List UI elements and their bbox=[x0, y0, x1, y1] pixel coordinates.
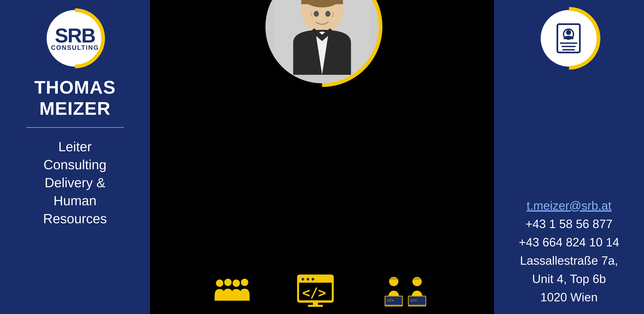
logo-ring-decoration bbox=[32, 0, 117, 81]
role-line1: Leiter bbox=[58, 139, 92, 154]
business-card: SRB CONSULTING THOMAS MEIZER Leiter Cons… bbox=[0, 0, 644, 314]
svg-text:</>: </> bbox=[410, 298, 417, 302]
svg-point-13 bbox=[306, 278, 309, 280]
svg-point-8 bbox=[232, 280, 240, 287]
svg-text:</>: </> bbox=[302, 285, 326, 300]
svg-point-12 bbox=[302, 278, 304, 280]
svg-point-5 bbox=[325, 11, 330, 17]
middle-panel: </> bbox=[150, 0, 494, 314]
hr-icon-svg bbox=[214, 274, 250, 307]
role-line3: Delivery & bbox=[45, 175, 106, 190]
contact-info: t.meizer@srb.at +43 1 58 56 877 +43 664 … bbox=[519, 199, 619, 304]
logo-circle: SRB CONSULTING bbox=[47, 10, 103, 67]
role-line5: Resources bbox=[43, 211, 107, 226]
role-line4: Human bbox=[54, 193, 96, 208]
photo-container bbox=[266, 0, 379, 83]
svg-point-9 bbox=[241, 279, 248, 286]
vcard-ring-decoration bbox=[525, 0, 613, 82]
svg-text:</>: </> bbox=[387, 298, 394, 302]
divider-line bbox=[26, 127, 124, 128]
address-line2: Unit 4, Top 6b bbox=[532, 272, 606, 286]
person-role: Leiter Consulting Delivery & Human Resou… bbox=[43, 138, 107, 228]
address-line3: 1020 Wien bbox=[540, 290, 598, 304]
svg-rect-3 bbox=[301, 0, 343, 4]
bottom-icons-row: </> bbox=[214, 274, 430, 307]
role-line2: Consulting bbox=[44, 157, 106, 172]
code-icon-svg: </> bbox=[297, 274, 334, 307]
email-link[interactable]: t.meizer@srb.at bbox=[526, 199, 611, 212]
phone2: +43 664 824 10 14 bbox=[519, 236, 619, 249]
coders-icon: </> </> bbox=[380, 274, 430, 307]
person-name: THOMAS MEIZER bbox=[0, 77, 150, 119]
people-icon bbox=[214, 274, 250, 307]
vcard-circle bbox=[541, 10, 597, 67]
person-photo-svg bbox=[274, 0, 370, 75]
svg-rect-17 bbox=[308, 305, 323, 307]
right-panel: t.meizer@srb.at +43 1 58 56 877 +43 664 … bbox=[494, 0, 644, 314]
phone1: +43 1 58 56 877 bbox=[526, 217, 613, 231]
svg-point-14 bbox=[312, 278, 314, 280]
svg-point-6 bbox=[216, 280, 223, 287]
code-icon: </> bbox=[297, 274, 334, 307]
coders-icon-svg: </> </> bbox=[380, 274, 430, 307]
svg-point-7 bbox=[224, 279, 232, 286]
svg-point-4 bbox=[314, 11, 319, 17]
left-panel: SRB CONSULTING THOMAS MEIZER Leiter Cons… bbox=[0, 0, 150, 314]
address-line1: Lassallestraße 7a, bbox=[520, 254, 618, 267]
